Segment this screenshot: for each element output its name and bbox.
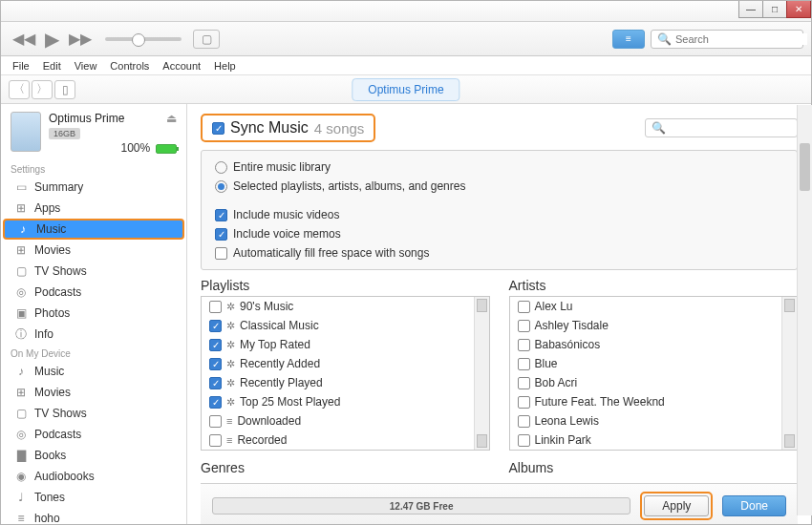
artist-checkbox[interactable]: [518, 396, 530, 409]
playlist-row[interactable]: ✲90's Music: [202, 297, 489, 316]
sidebar-item-hoho[interactable]: ≡hoho: [1, 508, 186, 525]
playlist-row[interactable]: ✓✲Classical Music: [202, 316, 489, 335]
device-tab[interactable]: Optimus Prime: [352, 78, 459, 101]
menu-bar: File Edit View Controls Account Help: [1, 56, 811, 75]
menu-help[interactable]: Help: [208, 58, 242, 74]
playlist-row[interactable]: ✓✲Recently Played: [202, 373, 489, 392]
list-view-button[interactable]: ≡: [612, 30, 645, 49]
menu-controls[interactable]: Controls: [104, 58, 155, 74]
artist-checkbox[interactable]: [518, 358, 530, 370]
sidebar-item-movies[interactable]: ⊞Movies: [1, 382, 186, 403]
artist-name: Leona Lewis: [535, 414, 599, 428]
playlist-row[interactable]: ≡Downloaded: [202, 411, 489, 430]
playlist-checkbox[interactable]: ✓: [209, 320, 222, 332]
smart-playlist-icon: ≡: [226, 434, 232, 446]
next-track-button[interactable]: ▶▶: [65, 30, 96, 48]
artist-row[interactable]: Future Feat. The Weeknd: [510, 392, 798, 411]
playlist-checkbox[interactable]: [209, 434, 222, 447]
checkbox-voice-memos[interactable]: ✓: [215, 228, 227, 241]
playlist-checkbox[interactable]: ✓: [209, 339, 222, 351]
sidebar-item-audiobooks[interactable]: ◉Audiobooks: [1, 466, 186, 487]
artist-row[interactable]: Ashley Tisdale: [510, 316, 798, 335]
playlist-row[interactable]: ≡Recorded: [202, 430, 489, 450]
playlist-checkbox[interactable]: [209, 415, 222, 428]
artist-row[interactable]: Marilyn Manson: [510, 450, 798, 451]
artist-row[interactable]: Leona Lewis: [510, 411, 798, 430]
library-search-field[interactable]: [675, 33, 807, 45]
menu-edit[interactable]: Edit: [37, 58, 67, 74]
previous-track-button[interactable]: ◀◀: [9, 30, 39, 48]
menu-view[interactable]: View: [69, 58, 103, 74]
playlist-checkbox[interactable]: ✓: [209, 358, 222, 370]
device-selector-button[interactable]: ▯: [54, 80, 75, 99]
playlist-checkbox[interactable]: ✓: [209, 377, 222, 389]
playlists-list[interactable]: ✲90's Music✓✲Classical Music✓✲My Top Rat…: [201, 296, 490, 451]
sidebar-item-label: Tones: [34, 491, 65, 504]
artists-list[interactable]: Alex LuAshley TisdaleBabasónicosBlueBob …: [509, 296, 799, 451]
sidebar-item-apps[interactable]: ⊞Apps: [1, 198, 186, 219]
sidebar-item-music[interactable]: ♪Music: [1, 361, 186, 382]
playlist-row[interactable]: ✓✲Recently Added: [202, 354, 489, 373]
sidebar-icon: ⊞: [14, 243, 28, 257]
playlist-name: Recently Played: [240, 376, 323, 389]
sidebar-item-podcasts[interactable]: ◎Podcasts: [1, 424, 186, 445]
artist-checkbox[interactable]: [518, 434, 530, 447]
sidebar-item-summary[interactable]: ▭Summary: [1, 177, 186, 198]
sidebar-item-tv-shows[interactable]: ▢TV Shows: [1, 403, 186, 424]
eject-button[interactable]: ⏏: [166, 112, 177, 125]
airplay-button[interactable]: ▢: [193, 30, 220, 49]
smart-playlist-icon: ✲: [226, 339, 235, 351]
sync-music-checkbox[interactable]: ✓: [212, 122, 224, 135]
scrollbar[interactable]: [781, 297, 797, 450]
artist-checkbox[interactable]: [518, 377, 530, 389]
playlist-checkbox[interactable]: ✓: [209, 396, 222, 409]
artist-checkbox[interactable]: [518, 339, 530, 351]
done-button[interactable]: Done: [722, 495, 786, 516]
sidebar-item-movies[interactable]: ⊞Movies: [1, 240, 186, 261]
sidebar-icon: ◎: [14, 428, 28, 441]
playlist-row[interactable]: ✓✲Top 25 Most Played: [202, 392, 489, 411]
menu-file[interactable]: File: [7, 58, 35, 74]
window-close-button[interactable]: ✕: [786, 1, 811, 18]
artist-name: Linkin Park: [535, 433, 591, 447]
playlist-checkbox[interactable]: [209, 301, 222, 313]
sidebar-item-books[interactable]: ▇Books: [1, 445, 186, 466]
artist-checkbox[interactable]: [518, 320, 530, 332]
scrollbar[interactable]: [474, 297, 489, 450]
artist-row[interactable]: Babasónicos: [510, 335, 798, 354]
window-minimize-button[interactable]: —: [738, 1, 763, 18]
checkbox-music-videos[interactable]: ✓: [215, 209, 227, 221]
nav-forward-button[interactable]: 〉: [32, 80, 53, 99]
sidebar-item-info[interactable]: ⓘInfo: [1, 324, 186, 345]
content-search-input[interactable]: 🔍: [645, 118, 798, 137]
radio-entire-library[interactable]: [215, 161, 227, 174]
label-entire-library: Entire music library: [233, 160, 331, 174]
sidebar-item-tones[interactable]: ♩Tones: [1, 487, 186, 508]
artist-row[interactable]: Linkin Park: [510, 430, 798, 450]
apply-button[interactable]: Apply: [644, 495, 709, 516]
artist-checkbox[interactable]: [518, 415, 530, 428]
play-button[interactable]: ▶: [41, 28, 63, 51]
sync-options-panel: Entire music library Selected playlists,…: [201, 150, 798, 270]
artist-checkbox[interactable]: [518, 301, 530, 313]
checkbox-fill-free-space[interactable]: [215, 247, 227, 260]
sidebar-settings-header: Settings: [1, 160, 186, 177]
sidebar-item-music[interactable]: ♪Music: [3, 219, 184, 240]
radio-selected-playlists[interactable]: [215, 180, 227, 193]
nav-back-button[interactable]: 〈: [9, 80, 30, 99]
library-search-input[interactable]: 🔍: [651, 30, 803, 49]
window-maximize-button[interactable]: □: [762, 1, 787, 18]
sidebar-item-photos[interactable]: ▣Photos: [1, 303, 186, 324]
sidebar-item-tv-shows[interactable]: ▢TV Shows: [1, 261, 186, 282]
window-scrollbar[interactable]: [797, 105, 812, 515]
menu-account[interactable]: Account: [157, 58, 206, 74]
artist-row[interactable]: Blue: [510, 354, 798, 373]
capacity-bar: 12.47 GB Free: [212, 497, 630, 514]
volume-slider[interactable]: [105, 37, 182, 41]
playlist-row[interactable]: ✓✲My Top Rated: [202, 335, 489, 354]
sidebar-item-label: Audiobooks: [34, 470, 95, 483]
artist-row[interactable]: Bob Acri: [510, 373, 798, 392]
artist-row[interactable]: Alex Lu: [510, 297, 798, 316]
sidebar-item-label: TV Shows: [34, 264, 87, 278]
sidebar-item-podcasts[interactable]: ◎Podcasts: [1, 282, 186, 303]
